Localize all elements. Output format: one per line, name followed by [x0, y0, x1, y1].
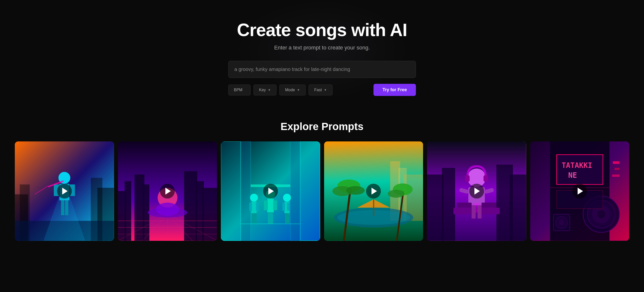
svg-rect-106 [612, 175, 619, 177]
svg-rect-11 [65, 200, 68, 215]
svg-rect-16 [124, 181, 131, 241]
prompt-card-6[interactable]: TATAKKI NE [530, 141, 630, 241]
prompt-input-wrapper [228, 61, 416, 78]
svg-text:TATAKKI: TATAKKI [562, 161, 592, 170]
key-label: Key [259, 88, 266, 92]
bpm-label: BPM [234, 88, 243, 92]
svg-rect-10 [61, 200, 64, 215]
svg-rect-57 [241, 224, 300, 224]
svg-rect-86 [482, 203, 496, 208]
svg-point-67 [346, 186, 364, 195]
svg-rect-47 [264, 200, 268, 210]
svg-rect-105 [614, 168, 619, 170]
svg-rect-88 [472, 205, 476, 219]
svg-rect-42 [256, 203, 259, 211]
explore-title: Explore Prompts [15, 121, 629, 132]
svg-rect-37 [290, 141, 300, 241]
svg-rect-5 [15, 221, 114, 241]
prompt-card-2[interactable] [118, 141, 217, 241]
svg-rect-104 [613, 161, 619, 164]
play-icon-6 [578, 188, 583, 195]
hero-section: Create songs with AI Enter a text prompt… [0, 0, 644, 111]
svg-rect-44 [254, 213, 256, 223]
svg-rect-54 [287, 203, 290, 211]
svg-rect-36 [241, 141, 250, 241]
key-button[interactable]: Key ▼ [254, 85, 276, 95]
svg-rect-85 [457, 203, 472, 208]
speed-label: Fast [314, 88, 322, 92]
prompt-card-5[interactable] [427, 141, 526, 241]
speed-button[interactable]: Fast ▼ [308, 85, 332, 95]
svg-point-51 [283, 194, 291, 202]
svg-rect-49 [268, 212, 270, 224]
svg-rect-75 [442, 168, 455, 241]
prompt-card-4[interactable] [324, 141, 423, 241]
svg-rect-43 [252, 213, 254, 223]
svg-rect-74 [427, 175, 444, 241]
play-button-4[interactable] [366, 184, 381, 199]
play-button-3[interactable] [263, 184, 278, 199]
svg-rect-55 [285, 213, 287, 223]
svg-point-101 [559, 220, 564, 225]
prompt-input[interactable] [228, 61, 416, 78]
svg-rect-35 [300, 141, 320, 241]
play-icon-4 [372, 188, 377, 195]
hero-subtitle: Enter a text prompt to create your song. [274, 45, 370, 51]
page-container: Create songs with AI Enter a text prompt… [0, 0, 644, 256]
explore-section: Explore Prompts [0, 111, 644, 256]
svg-text:NE: NE [568, 171, 576, 180]
play-icon-2 [166, 188, 171, 195]
svg-rect-56 [287, 213, 290, 223]
svg-rect-79 [465, 175, 470, 182]
play-icon-1 [62, 188, 68, 195]
svg-rect-21 [202, 188, 217, 241]
svg-rect-77 [510, 175, 526, 241]
svg-rect-40 [251, 202, 256, 213]
hero-title: Create songs with AI [237, 20, 407, 40]
play-icon-5 [474, 188, 480, 195]
mode-label: Mode [285, 88, 295, 92]
svg-point-98 [597, 210, 605, 218]
play-button-1[interactable] [57, 184, 72, 199]
mode-chevron-icon: ▼ [297, 88, 300, 92]
svg-rect-89 [478, 205, 482, 219]
prompt-card-1[interactable] [15, 141, 114, 241]
key-chevron-icon: ▼ [268, 88, 271, 92]
play-button-5[interactable] [469, 184, 484, 199]
svg-point-39 [250, 194, 258, 202]
play-button-2[interactable] [160, 184, 175, 199]
svg-rect-19 [184, 171, 197, 241]
svg-point-70 [388, 190, 404, 198]
svg-point-32 [156, 203, 179, 216]
play-button-6[interactable] [572, 184, 587, 199]
svg-rect-80 [484, 175, 488, 182]
play-icon-3 [268, 188, 274, 195]
prompt-card-3[interactable] [221, 141, 320, 241]
svg-rect-46 [267, 199, 274, 212]
svg-rect-48 [273, 200, 277, 210]
controls-row: BPM Key ▼ Mode ▼ Fast ▼ Try for Free [228, 84, 416, 96]
svg-rect-50 [270, 212, 273, 224]
bpm-button[interactable]: BPM [228, 85, 250, 95]
try-free-button[interactable]: Try for Free [374, 84, 416, 96]
svg-rect-53 [282, 203, 285, 211]
mode-button[interactable]: Mode ▼ [280, 85, 306, 95]
speed-chevron-icon: ▼ [324, 88, 327, 92]
svg-rect-41 [249, 203, 252, 211]
cards-grid: TATAKKI NE [15, 141, 629, 241]
svg-rect-34 [221, 141, 241, 241]
